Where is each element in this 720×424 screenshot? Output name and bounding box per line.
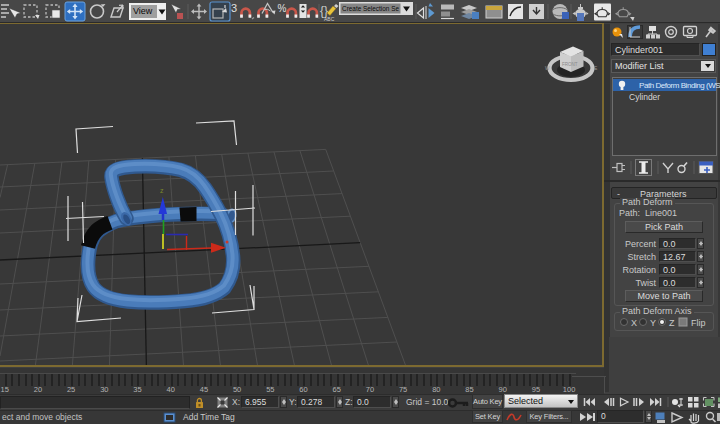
svg-text:Create Selection Se: Create Selection Se bbox=[342, 4, 399, 13]
svg-text:E: E bbox=[594, 65, 598, 71]
svg-text:FRONT: FRONT bbox=[562, 62, 578, 67]
svg-text:X: X bbox=[631, 318, 637, 328]
svg-text:%: % bbox=[278, 3, 287, 14]
svg-text:Flip: Flip bbox=[691, 318, 706, 328]
svg-text:W: W bbox=[545, 65, 550, 71]
svg-text:View: View bbox=[133, 6, 153, 16]
svg-text:ABC: ABC bbox=[324, 16, 335, 22]
svg-text:Z: Z bbox=[669, 318, 675, 328]
svg-text:Y: Y bbox=[650, 318, 656, 328]
svg-text:3: 3 bbox=[231, 2, 237, 14]
svg-text:z: z bbox=[160, 187, 164, 194]
